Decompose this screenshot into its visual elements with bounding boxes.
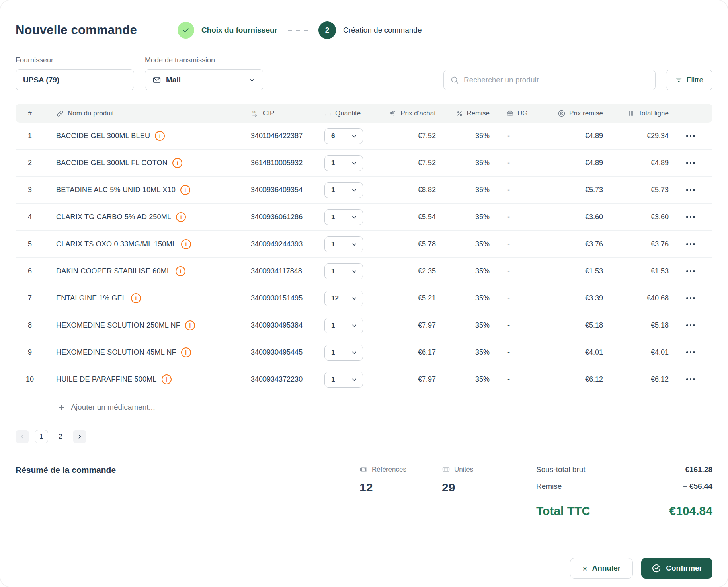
row-menu-button[interactable] xyxy=(669,158,712,168)
row-menu-button[interactable] xyxy=(669,347,712,357)
info-icon[interactable]: i xyxy=(155,131,165,141)
cip-value: 3400949244393 xyxy=(251,240,324,248)
discount-percent: 35% xyxy=(436,348,490,357)
ug-value: - xyxy=(490,348,527,357)
product-name: HUILE DE PARAFFINE 500ML xyxy=(56,375,157,384)
ug-value: - xyxy=(490,294,527,302)
row-menu-button[interactable] xyxy=(669,212,712,222)
purchase-price: €5.54 xyxy=(376,213,436,221)
discount-percent: 35% xyxy=(436,213,490,221)
cip-value: 3400936061286 xyxy=(251,213,324,221)
info-icon[interactable]: i xyxy=(185,320,195,330)
line-total: €5.18 xyxy=(603,321,669,330)
fournisseur-field: UPSA (79) xyxy=(16,69,134,90)
row-number: 10 xyxy=(16,375,44,384)
quantity-select[interactable]: 1 xyxy=(324,236,363,252)
quantity-select[interactable]: 1 xyxy=(324,182,363,198)
purchase-price: €7.97 xyxy=(376,375,436,384)
purchase-price: €5.21 xyxy=(376,294,436,302)
col-ug: UG xyxy=(490,109,527,117)
remise-value: – €56.44 xyxy=(683,482,712,491)
quantity-value: 1 xyxy=(331,240,335,248)
col-discount: Remise xyxy=(436,109,490,117)
quantity-value: 1 xyxy=(331,376,335,384)
quantity-value: 1 xyxy=(331,267,335,275)
row-menu-button[interactable] xyxy=(669,374,712,384)
chevron-down-icon xyxy=(351,187,357,193)
header: Nouvelle commande Choix du fournisseur 2… xyxy=(16,21,712,39)
product-name: BETADINE ALC 5% UNID 10ML X10 xyxy=(56,186,176,194)
total-label: Total TTC xyxy=(536,504,590,518)
fournisseur-label: Fournisseur xyxy=(16,56,134,64)
row-menu-button[interactable] xyxy=(669,185,712,195)
totals-block: Sous-total brut €161.28 Remise – €56.44 … xyxy=(536,465,712,518)
product-name: CLARIX TG CARBO 5% AD 250ML xyxy=(56,213,171,221)
unites-label: Unités xyxy=(454,466,473,474)
page-button-1[interactable]: 1 xyxy=(35,430,48,443)
ug-value: - xyxy=(490,321,527,330)
purchase-price: €2.35 xyxy=(376,267,436,275)
info-icon[interactable]: i xyxy=(181,347,191,357)
purchase-price: €8.82 xyxy=(376,186,436,194)
step-active-number: 2 xyxy=(325,26,330,35)
info-icon[interactable]: i xyxy=(162,374,172,384)
table-row: 4 CLARIX TG CARBO 5% AD 250ML i 34009360… xyxy=(16,204,712,231)
row-menu-button[interactable] xyxy=(669,266,712,276)
quantity-select[interactable]: 1 xyxy=(324,263,363,279)
info-icon[interactable]: i xyxy=(181,239,191,249)
bar-chart-icon xyxy=(324,110,332,117)
cip-value: 3400936409354 xyxy=(251,186,324,194)
table-row: 10 HUILE DE PARAFFINE 500ML i 3400934372… xyxy=(16,366,712,393)
info-icon[interactable]: i xyxy=(180,185,190,195)
add-medication-row[interactable]: + Ajouter un médicament... xyxy=(16,393,712,421)
discounted-price: €4.89 xyxy=(527,159,603,167)
discount-percent: 35% xyxy=(436,240,490,248)
previous-page-button[interactable] xyxy=(16,430,29,443)
next-page-button[interactable] xyxy=(73,430,86,443)
quantity-select[interactable]: 1 xyxy=(324,345,363,361)
decimal-icon: .00 xyxy=(251,109,260,118)
cancel-button[interactable]: × Annuler xyxy=(570,558,633,579)
blister-icon xyxy=(359,465,368,474)
search-input[interactable] xyxy=(464,76,649,84)
close-icon: × xyxy=(582,564,587,573)
confirm-button[interactable]: Confirmer xyxy=(641,558,712,579)
discounted-price: €6.12 xyxy=(527,375,603,384)
references-metric: Références 12 xyxy=(359,465,442,518)
discounted-price: €1.53 xyxy=(527,267,603,275)
page-button-2[interactable]: 2 xyxy=(54,430,67,443)
footer-actions: × Annuler Confirmer xyxy=(16,549,712,587)
quantity-select[interactable]: 1 xyxy=(324,155,363,171)
quantity-select[interactable]: 1 xyxy=(324,209,363,225)
row-menu-button[interactable] xyxy=(669,320,712,330)
discount-percent: 35% xyxy=(436,294,490,302)
cip-value: 3400934372230 xyxy=(251,375,324,384)
table-row: 5 CLARIX TS OXO 0.33MG/ML 150ML i 340094… xyxy=(16,231,712,258)
row-menu-button[interactable] xyxy=(669,293,712,303)
quantity-select[interactable]: 12 xyxy=(324,291,363,306)
filter-labels: Fournisseur Mode de transmission xyxy=(16,56,712,64)
info-icon[interactable]: i xyxy=(176,212,186,222)
quantity-select[interactable]: 1 xyxy=(324,372,363,388)
step-done-circle xyxy=(178,22,194,39)
quantity-select[interactable]: 6 xyxy=(324,128,363,144)
row-number: 2 xyxy=(16,159,44,167)
info-icon[interactable]: i xyxy=(176,266,185,276)
filter-button[interactable]: Filtre xyxy=(666,70,712,90)
remise-label: Remise xyxy=(536,482,562,491)
transmission-label: Mode de transmission xyxy=(145,56,215,64)
new-order-panel: Nouvelle commande Choix du fournisseur 2… xyxy=(0,0,728,587)
discount-percent: 35% xyxy=(436,132,490,140)
row-menu-button[interactable] xyxy=(669,131,712,141)
quantity-select[interactable]: 1 xyxy=(324,318,363,333)
percent-icon xyxy=(456,110,463,117)
subtotal-value: €161.28 xyxy=(685,465,712,474)
transmission-select[interactable]: Mail xyxy=(145,69,263,90)
col-line-total: Total ligne xyxy=(603,109,669,117)
table-row: 6 DAKIN COOPER STABILISE 60ML i 34009341… xyxy=(16,258,712,285)
search-field[interactable] xyxy=(443,70,656,90)
step-active-circle: 2 xyxy=(318,21,336,39)
row-menu-button[interactable] xyxy=(669,239,712,249)
info-icon[interactable]: i xyxy=(172,158,182,168)
info-icon[interactable]: i xyxy=(131,293,141,303)
